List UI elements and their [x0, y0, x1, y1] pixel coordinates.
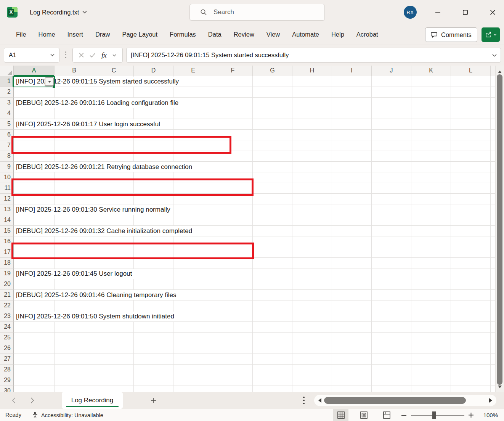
column-header-L[interactable]: L — [451, 66, 491, 76]
row-header-18[interactable]: 18 — [0, 258, 14, 268]
cell-H16[interactable] — [292, 236, 332, 247]
cell-K23[interactable] — [411, 311, 451, 322]
cell-I20[interactable] — [332, 279, 372, 290]
column-header-H[interactable]: H — [292, 66, 332, 76]
cell-G29[interactable] — [253, 375, 292, 386]
row-header-24[interactable]: 24 — [0, 322, 14, 333]
cell-G1[interactable] — [253, 76, 292, 87]
cell-L13[interactable] — [451, 204, 491, 215]
cell-G15[interactable] — [253, 226, 292, 236]
cell-J11[interactable] — [372, 183, 411, 194]
sheet-tab-active[interactable]: Log Recording — [62, 392, 123, 409]
cell-F28[interactable] — [213, 365, 253, 375]
cell-E30[interactable] — [173, 386, 213, 392]
cell-C29[interactable] — [94, 375, 134, 386]
row-header-29[interactable]: 29 — [0, 375, 14, 386]
cell-K15[interactable] — [411, 226, 451, 236]
cell-I19[interactable] — [332, 268, 372, 279]
cell-I12[interactable] — [332, 194, 372, 204]
cell-G9[interactable] — [253, 162, 292, 172]
cell-J13[interactable] — [372, 204, 411, 215]
cell-C18[interactable] — [94, 258, 134, 268]
cell-B26[interactable] — [55, 343, 94, 354]
cell-K20[interactable] — [411, 279, 451, 290]
cell-C27[interactable] — [94, 354, 134, 365]
row-header-14[interactable]: 14 — [0, 215, 14, 226]
cell-I10[interactable] — [332, 172, 372, 183]
cell-K4[interactable] — [411, 108, 451, 119]
cell-E26[interactable] — [173, 343, 213, 354]
page-layout-view-button[interactable] — [356, 409, 371, 421]
cell-D25[interactable] — [134, 333, 173, 343]
cell-J19[interactable] — [372, 268, 411, 279]
cell-G20[interactable] — [253, 279, 292, 290]
formula-bar-expand-icon[interactable] — [492, 54, 497, 57]
cell-G19[interactable] — [253, 268, 292, 279]
cell-D26[interactable] — [134, 343, 173, 354]
column-header-B[interactable]: B — [55, 66, 94, 76]
cell-G30[interactable] — [253, 386, 292, 392]
ribbon-tab-help[interactable]: Help — [325, 31, 350, 38]
cell-A26[interactable] — [14, 343, 55, 354]
cell-G26[interactable] — [253, 343, 292, 354]
cell-E2[interactable] — [173, 87, 213, 98]
cell-E18[interactable] — [173, 258, 213, 268]
cell-C4[interactable] — [94, 108, 134, 119]
cell-H1[interactable] — [292, 76, 332, 87]
cell-J30[interactable] — [372, 386, 411, 392]
row-header-28[interactable]: 28 — [0, 365, 14, 375]
cell-H4[interactable] — [292, 108, 332, 119]
name-box[interactable]: A1 — [4, 48, 59, 63]
next-sheet-button[interactable] — [27, 395, 38, 406]
cell-A29[interactable] — [14, 375, 55, 386]
cell-J26[interactable] — [372, 343, 411, 354]
row-header-13[interactable]: 13 — [0, 204, 14, 215]
cell-I29[interactable] — [332, 375, 372, 386]
cell-H25[interactable] — [292, 333, 332, 343]
zoom-slider-thumb[interactable] — [432, 411, 436, 419]
cell-H2[interactable] — [292, 87, 332, 98]
cell-G12[interactable] — [253, 194, 292, 204]
cell-L14[interactable] — [451, 215, 491, 226]
row-header-1[interactable]: 1 — [0, 76, 14, 87]
cell-F23[interactable] — [213, 311, 253, 322]
fx-chevron-icon[interactable] — [112, 54, 116, 56]
cell-D20[interactable] — [134, 279, 173, 290]
horizontal-scrollbar[interactable] — [314, 395, 496, 406]
cell-H14[interactable] — [292, 215, 332, 226]
cell-F22[interactable] — [213, 300, 253, 311]
ribbon-tab-automate[interactable]: Automate — [286, 31, 325, 38]
cell-I24[interactable] — [332, 322, 372, 333]
cell-E14[interactable] — [173, 215, 213, 226]
cell-B25[interactable] — [55, 333, 94, 343]
cell-H15[interactable] — [292, 226, 332, 236]
cell-C30[interactable] — [94, 386, 134, 392]
cell-J18[interactable] — [372, 258, 411, 268]
insert-function-icon[interactable]: fx — [101, 51, 107, 59]
column-header-F[interactable]: F — [213, 66, 253, 76]
cell-B4[interactable] — [55, 108, 94, 119]
zoom-level[interactable]: 100% — [476, 409, 498, 421]
zoom-in-button[interactable] — [466, 409, 476, 421]
row-header-26[interactable]: 26 — [0, 343, 14, 354]
cell-J27[interactable] — [372, 354, 411, 365]
cell-K18[interactable] — [411, 258, 451, 268]
ribbon-tab-insert[interactable]: Insert — [61, 31, 89, 38]
cell-E28[interactable] — [173, 365, 213, 375]
cell-B27[interactable] — [55, 354, 94, 365]
row-header-9[interactable]: 9 — [0, 162, 14, 172]
cell-E13[interactable] — [173, 204, 213, 215]
cell-I21[interactable] — [332, 290, 372, 300]
cell-F3[interactable] — [213, 98, 253, 108]
close-button[interactable] — [486, 6, 499, 19]
cell-A25[interactable] — [14, 333, 55, 343]
cell-K21[interactable] — [411, 290, 451, 300]
search-input[interactable] — [213, 8, 301, 16]
cell-I25[interactable] — [332, 333, 372, 343]
cell-K29[interactable] — [411, 375, 451, 386]
column-header-D[interactable]: D — [134, 66, 173, 76]
row-header-3[interactable]: 3 — [0, 98, 14, 108]
zoom-slider-track[interactable] — [411, 415, 464, 416]
cell-J7[interactable] — [372, 140, 411, 151]
cell-A27[interactable] — [14, 354, 55, 365]
